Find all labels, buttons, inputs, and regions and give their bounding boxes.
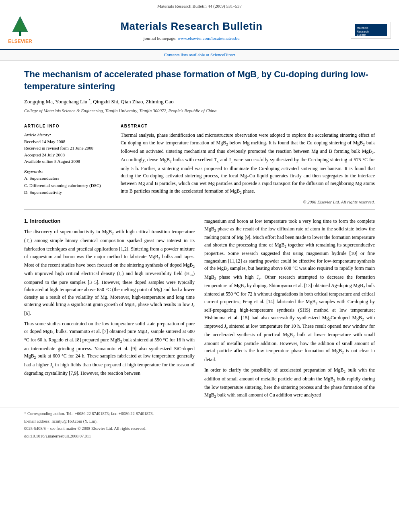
article-title-area: The mechanism of accelerated phase forma…	[0, 61, 399, 124]
article-affiliation: College of Materials Science & Engineeri…	[24, 108, 375, 114]
footer-issn: 0025-5408/$ – see front matter © 2008 El…	[24, 425, 375, 432]
received-date: 14 May 2008	[42, 139, 66, 144]
keywords-block: Keywords: A. Superconductors C. Differen…	[24, 168, 109, 196]
revised-row: Received in revised form 21 June 2008	[24, 145, 109, 152]
journal-reference: Materials Research Bulletin 44 (2009) 53…	[0, 0, 399, 11]
svg-text:Research: Research	[357, 30, 369, 33]
received-label: Received	[24, 139, 41, 144]
accepted-date: 24 July 2008	[42, 152, 65, 157]
journal-title: Materials Research Bulletin	[32, 19, 351, 33]
keyword-2: C. Differential scanning calorimetry (DS…	[24, 182, 109, 189]
section1-heading: 1. Introduction	[24, 218, 195, 225]
article-history: Article history: Received 14 May 2008 Re…	[24, 131, 109, 165]
history-label: Article history:	[24, 131, 109, 138]
elsevier-text: ELSEVIER	[8, 38, 32, 45]
section1-para1: The discovery of superconductivity in Mg…	[24, 228, 195, 317]
received-row: Received 14 May 2008	[24, 138, 109, 145]
article-title: The mechanism of accelerated phase forma…	[24, 69, 375, 92]
article-info-abstract: Article Info Article history: Received 1…	[0, 123, 399, 205]
elsevier-logo: ELSEVIER	[8, 15, 32, 45]
svg-text:Materials: Materials	[357, 27, 368, 29]
footer-asterisk-note: * Corresponding author. Tel.: +0086 22 8…	[24, 411, 375, 417]
accepted-row: Accepted 24 July 2008	[24, 152, 109, 158]
sciencedirect-link[interactable]: ScienceDirect	[210, 52, 235, 57]
abstract-label: Abstract	[121, 123, 375, 129]
homepage-label: journal homepage:	[144, 36, 177, 41]
section1-right-para1: magnesium and boron at low temperature t…	[204, 218, 375, 363]
page-wrapper: Materials Research Bulletin 44 (2009) 53…	[0, 0, 399, 443]
footer-area: * Corresponding author. Tel.: +0086 22 8…	[0, 407, 399, 443]
homepage-link[interactable]: www.elsevier.com/locate/matresbu	[178, 36, 240, 41]
section-divider	[24, 209, 375, 210]
section1-right-para2: In order to clarify the possibility of a…	[204, 366, 375, 400]
keywords-label: Keywords:	[24, 168, 109, 175]
footer-email-note: E-mail address: licmtju@163.com (Y. Liu)…	[24, 418, 375, 425]
journal-ref-text: Materials Research Bulletin 44 (2009) 53…	[157, 4, 242, 8]
article-info-col: Article Info Article history: Received 1…	[24, 123, 109, 205]
journal-logo-box: Materials Research Bulletin	[351, 22, 391, 39]
abstract-text: Thermal analysis, phase identification a…	[121, 131, 375, 196]
contents-text: Contents lists available at	[164, 52, 209, 57]
section1-para2: Thus some studies concentrated on the lo…	[24, 320, 195, 377]
main-content: 1. Introduction The discovery of superco…	[0, 214, 399, 407]
accepted-label: Accepted	[24, 152, 41, 157]
journal-header-center: Materials Research Bulletin journal home…	[32, 19, 351, 41]
journal-header: ELSEVIER Materials Research Bulletin jou…	[0, 11, 399, 50]
footer-doi: doi:10.1016/j.materresbull.2008.07.011	[24, 433, 375, 440]
main-col-left: 1. Introduction The discovery of superco…	[24, 218, 195, 403]
elsevier-tree-icon	[8, 15, 32, 37]
available-date: 5 August 2008	[54, 159, 80, 164]
abstract-col: Abstract Thermal analysis, phase identif…	[121, 123, 375, 205]
article-info-label: Article Info	[24, 123, 109, 129]
article-authors: Zongqing Ma, Yongchang Liu *, Qingzhi Sh…	[24, 98, 375, 106]
svg-marker-2	[14, 19, 27, 31]
revised-date: 21 June 2008	[70, 146, 94, 150]
available-row: Available online 5 August 2008	[24, 158, 109, 165]
keyword-3: D. Superconductivity	[24, 189, 109, 196]
main-col-right: magnesium and boron at low temperature t…	[204, 218, 375, 403]
revised-label: Received in revised form	[24, 146, 69, 150]
journal-homepage: journal homepage: www.elsevier.com/locat…	[32, 35, 351, 41]
mrb-logo-icon: Materials Research Bulletin	[355, 24, 387, 36]
contents-line: Contents lists available at ScienceDirec…	[0, 50, 399, 60]
copyright-line: © 2008 Elsevier Ltd. All rights reserved…	[121, 199, 375, 205]
keyword-1: A. Superconductors	[24, 175, 109, 182]
available-label: Available online	[24, 159, 53, 164]
svg-text:Bulletin: Bulletin	[357, 33, 366, 36]
